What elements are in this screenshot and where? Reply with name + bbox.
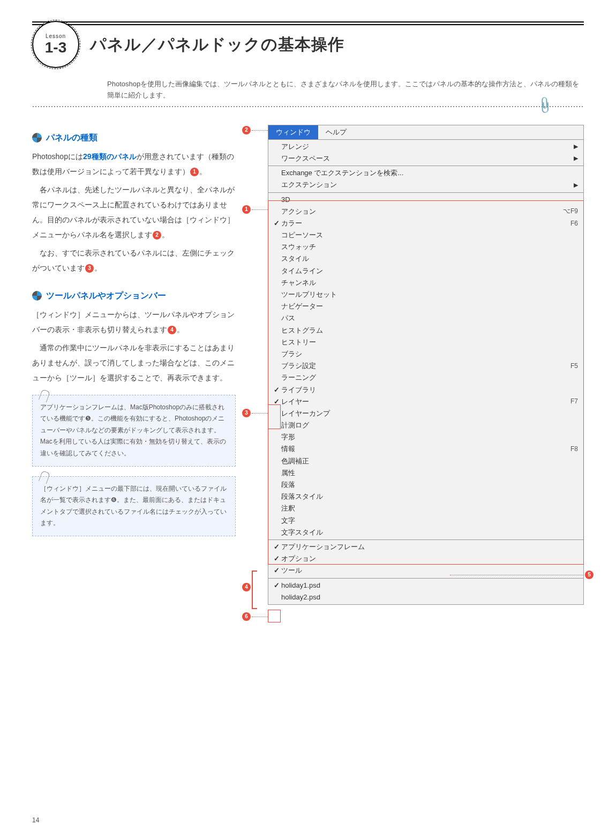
menu-section-files: ✓holiday1.psdholiday2.psd	[268, 578, 583, 604]
menu-section-ext: Exchange でエクステンションを検索...エクステンション▶	[268, 166, 583, 192]
highlight: 29種類のパネル	[83, 152, 137, 161]
highlight-box-file	[268, 610, 281, 622]
menu-section-top: アレンジ▶ワークスペース▶	[268, 139, 583, 166]
menu-item[interactable]: 情報F8	[268, 443, 583, 455]
menu-item-label: 計測ログ	[281, 421, 578, 430]
menu-item-label: ヒストグラム	[281, 326, 578, 335]
menu-item[interactable]: 属性	[268, 467, 583, 479]
menu-item[interactable]: 3D	[268, 194, 583, 206]
menu-item[interactable]: チャンネル	[268, 277, 583, 289]
menu-item[interactable]: ヒストリー	[268, 336, 583, 348]
check-icon: ✓	[272, 581, 281, 590]
menu-item[interactable]: ✓ライブラリ	[268, 384, 583, 396]
menu-item[interactable]: ワークスペース▶	[268, 153, 583, 164]
menu-item-label: ブラシ	[281, 349, 578, 359]
menu-item-label: ヒストリー	[281, 338, 578, 347]
text: 。	[94, 264, 102, 272]
callout-marker-2: 2	[153, 231, 161, 239]
menu-item[interactable]: ✓アプリケーションフレーム	[268, 541, 583, 553]
menu-item[interactable]: エクステンション▶	[268, 179, 583, 191]
callout-2: 2	[242, 126, 251, 134]
menu-item[interactable]: 色調補正	[268, 455, 583, 467]
lesson-badge: Lesson 1-3	[32, 21, 79, 68]
menu-item[interactable]: ✓レイヤーF7	[268, 396, 583, 408]
lesson-number: 1-3	[45, 39, 66, 56]
menu-item[interactable]: 注釈	[268, 502, 583, 514]
menu-item-label: チャンネル	[281, 278, 578, 288]
menu-section-opts: ✓アプリケーションフレーム✓オプション✓ツール	[268, 539, 583, 578]
menu-item-label: 属性	[281, 468, 578, 478]
menu-item[interactable]: holiday2.psd	[268, 591, 583, 603]
menu-item[interactable]: 段落スタイル	[268, 491, 583, 502]
menu-item[interactable]: スタイル	[268, 253, 583, 265]
callout-bracket	[252, 571, 257, 609]
menu-item-label: ラーニング	[281, 373, 578, 382]
menu-item[interactable]: 段落	[268, 479, 583, 491]
menu-item-label: 注釈	[281, 504, 578, 513]
check-icon: ✓	[272, 397, 281, 407]
menu-item[interactable]: スウォッチ	[268, 241, 583, 253]
callout-1: 1	[242, 205, 251, 214]
menu-item-label: 段落	[281, 480, 578, 490]
check-icon: ✓	[272, 219, 281, 228]
check-icon: ✓	[272, 566, 281, 575]
menu-item-label: holiday1.psd	[281, 581, 578, 590]
menu-item-label: 文字スタイル	[281, 528, 578, 537]
menu-item[interactable]: タイムライン	[268, 265, 583, 277]
menu-item[interactable]: ツールプリセット	[268, 289, 583, 301]
menu-item[interactable]: Exchange でエクステンションを検索...	[268, 167, 583, 179]
left-column: パネルの種類 Photoshopには29種類のパネルが用意されています（種類の数…	[32, 125, 236, 605]
submenu-arrow-icon: ▶	[574, 142, 578, 151]
menu-item[interactable]: ✓カラーF6	[268, 218, 583, 229]
menu-item[interactable]: ブラシ設定F5	[268, 360, 583, 372]
text: 。	[162, 230, 169, 239]
page-title: パネル／パネルドックの基本操作	[90, 34, 344, 56]
menu-item-label: エクステンション	[281, 180, 574, 190]
menu-item[interactable]: ✓holiday1.psd	[268, 580, 583, 591]
callout-5: 5	[585, 571, 594, 579]
callout-marker-1: 1	[190, 168, 199, 176]
menu-item[interactable]: ヒストグラム	[268, 325, 583, 336]
callout-line	[252, 413, 268, 414]
intro-text: Photoshopを使用した画像編集では、ツールパネルとともに、さまざまなパネル…	[107, 79, 584, 101]
menu-item-label: アプリケーションフレーム	[281, 542, 578, 552]
callout-line	[450, 575, 584, 575]
submenu-arrow-icon: ▶	[574, 154, 578, 162]
menu-item[interactable]: 文字スタイル	[268, 527, 583, 538]
text: Photoshopには	[32, 152, 83, 161]
menu-item-label: カラー	[281, 219, 570, 228]
menu-item[interactable]: ブラシ	[268, 348, 583, 360]
menu-item[interactable]: アクション⌥F9	[268, 206, 583, 218]
menu-item-label: ブラシ設定	[281, 361, 570, 371]
menu-window[interactable]: ウィンドウ	[268, 125, 318, 139]
section-icon	[32, 133, 42, 142]
section-header: ツールパネルやオプションバー	[32, 290, 236, 302]
menu-item-label: 文字	[281, 516, 578, 526]
menu-item[interactable]: レイヤーカンプ	[268, 408, 583, 419]
menu-item[interactable]: 計測ログ	[268, 419, 583, 431]
callout-4: 4	[242, 583, 251, 591]
menu-item[interactable]: コピーソース	[268, 229, 583, 241]
menu-item[interactable]: 文字	[268, 515, 583, 527]
text: 各パネルは、先述したツールパネルと異なり、全パネルが常にワークスペース上に配置さ…	[32, 185, 235, 239]
menu-item-label: 3D	[281, 195, 578, 205]
section-title: パネルの種類	[46, 132, 97, 144]
menu-item-label: アクション	[281, 207, 563, 216]
menu-item[interactable]: ラーニング	[268, 372, 583, 384]
callout-marker-4: 4	[168, 326, 176, 334]
menu-item[interactable]: 字形	[268, 431, 583, 443]
menu-item-label: ライブラリ	[281, 385, 578, 395]
shortcut: F8	[570, 445, 578, 454]
submenu-arrow-icon: ▶	[574, 181, 578, 189]
menu-help[interactable]: ヘルプ	[318, 125, 354, 139]
menu-section-panels: 3Dアクション⌥F9✓カラーF6コピーソーススウォッチスタイルタイムラインチャン…	[268, 192, 583, 539]
menu-item[interactable]: ナビゲーター	[268, 301, 583, 312]
menu-item[interactable]: パス	[268, 312, 583, 324]
text: なお、すでに表示されているパネルには、左側にチェックがついています	[32, 249, 235, 272]
menu-item-label: ツールプリセット	[281, 290, 578, 299]
menu-item-label: コピーソース	[281, 230, 578, 240]
shortcut: ⌥F9	[563, 207, 578, 216]
check-icon: ✓	[272, 385, 281, 395]
menu-item[interactable]: ✓オプション	[268, 553, 583, 565]
menu-item[interactable]: アレンジ▶	[268, 141, 583, 153]
